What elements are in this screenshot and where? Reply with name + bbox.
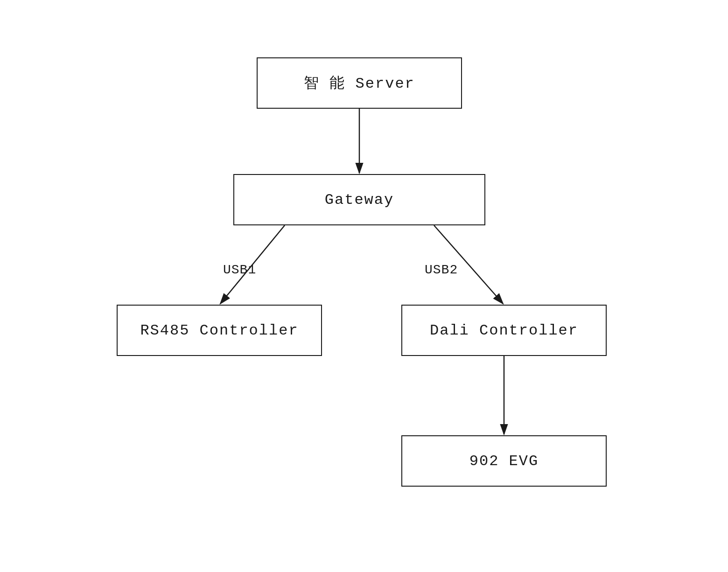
usb1-label: USB1 xyxy=(223,263,256,277)
gateway-label: Gateway xyxy=(325,191,394,209)
diagram-container: 智 能 Server Gateway RS485 Controller Dali… xyxy=(107,29,621,543)
dali-label: Dali Controller xyxy=(430,322,578,339)
rs485-node: RS485 Controller xyxy=(117,305,322,356)
rs485-label: RS485 Controller xyxy=(140,322,298,339)
usb2-label: USB2 xyxy=(425,263,458,277)
server-label: 智 能 Server xyxy=(304,73,415,93)
gateway-node: Gateway xyxy=(233,174,485,225)
evg-label: 902 EVG xyxy=(469,453,539,470)
evg-node: 902 EVG xyxy=(401,435,607,487)
server-node: 智 能 Server xyxy=(257,57,462,109)
dali-node: Dali Controller xyxy=(401,305,607,356)
